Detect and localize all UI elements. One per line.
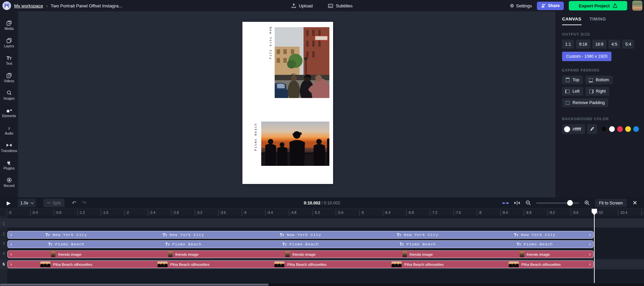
aspect-preset-9x16[interactable]: 9:16	[576, 40, 590, 49]
zoom-in-icon[interactable]	[584, 200, 590, 206]
beach-silhouettes-photo[interactable]	[261, 122, 329, 166]
share-button[interactable]: Share	[537, 2, 564, 10]
ruler-label: :10.4	[619, 210, 627, 214]
padding-button-remove-padding[interactable]: Remove Padding	[562, 98, 608, 107]
zoom-out-icon[interactable]	[525, 200, 531, 206]
sidebar-item-plugins[interactable]: Plugins	[0, 160, 18, 171]
ruler-tick	[7, 210, 7, 216]
user-avatar[interactable]	[632, 1, 642, 11]
sunset-thumbnail	[274, 261, 284, 267]
timeline-right-controls: Fit to Screen ✕	[502, 199, 640, 207]
split-button[interactable]: ✂ Split	[43, 199, 64, 207]
track-number: 2	[0, 232, 7, 236]
canvas-text-new-york-city[interactable]: New York City	[269, 27, 272, 60]
text-clip-pismo-beach[interactable]: TTPismo BeachTTPismo BeachTTPismo BeachT…	[7, 240, 594, 248]
sidebar-item-layers[interactable]: Layers	[0, 38, 18, 48]
kapwing-logo-icon[interactable]	[2, 1, 11, 10]
friends-street-photo[interactable]	[275, 27, 329, 98]
padding-button-top[interactable]: Top	[562, 76, 583, 84]
aspect-preset-16x9[interactable]: 16:9	[592, 40, 606, 49]
slider-knob[interactable]	[567, 200, 573, 206]
topbar-right-actions: ⚙ Settings Share Export Project	[510, 1, 644, 11]
sidebar-item-audio[interactable]: ♪Audio	[0, 125, 18, 136]
settings-button[interactable]: ⚙ Settings	[510, 3, 532, 8]
color-swatch[interactable]	[609, 126, 615, 132]
subtitles-button[interactable]: Subtitles	[328, 3, 353, 8]
upload-button[interactable]: Upload	[291, 3, 313, 8]
ruler-label: :9.6	[572, 210, 579, 214]
aspect-preset-5x4[interactable]: 5:4	[622, 40, 634, 49]
color-hex-button[interactable]: #ffffff	[562, 124, 585, 134]
clip-label: friends image	[175, 252, 198, 256]
text-layer-icon: TT	[400, 242, 404, 246]
ruler-label: :2.8	[173, 210, 179, 214]
image-clip-friends-image[interactable]: friends imagefriends imagefriends imagef…	[7, 250, 594, 258]
tab-timing[interactable]: TIMING	[590, 16, 606, 25]
snap-toggle-icon[interactable]	[502, 202, 509, 204]
ruler-label: :3.2	[196, 210, 202, 214]
color-swatch[interactable]	[601, 126, 607, 132]
ruler-label: :5.2	[314, 210, 320, 214]
image-clip-piha-beach-silhouettes[interactable]: Piha Beach silhouettesPiha Beach silhoue…	[7, 260, 594, 268]
text-layer-icon: TT	[46, 233, 50, 237]
timeline-tracks: 12TTNew York CityTTNew York CityTTNew Yo…	[0, 216, 644, 286]
sidebar-item-media[interactable]: Media	[0, 20, 18, 31]
subtitles-icon	[328, 4, 333, 8]
sidebar-item-text[interactable]: TTText	[0, 55, 18, 66]
project-title[interactable]: Two Portrait Panel Offset Instagra...	[51, 3, 123, 8]
padding-button-left[interactable]: Left	[562, 87, 583, 96]
speed-value: 1.0x	[20, 201, 29, 205]
clip-label: friends image	[410, 252, 433, 256]
settings-label: Settings	[516, 3, 532, 8]
clip-label: Pismo Beach	[55, 242, 84, 246]
eyedropper-button[interactable]	[587, 124, 597, 134]
friends-thumbnail	[285, 251, 290, 257]
undo-button[interactable]: ↶	[72, 200, 76, 206]
ruler-label: :4	[243, 210, 246, 214]
fit-to-screen-button[interactable]: Fit to Screen	[595, 199, 627, 207]
canvas-text-pismo-beach[interactable]: Pismo Beach	[254, 123, 258, 151]
timeline-ruler[interactable]: :0:0.4:0.8:1.2:1.6:2:2.4:2.8:3.2:3.6:4:4…	[0, 208, 644, 216]
sidebar-item-transitions[interactable]: Transitions	[0, 142, 18, 153]
timeline-zoom-slider[interactable]	[536, 200, 579, 206]
aspect-preset-4x5[interactable]: 4:5	[608, 40, 620, 49]
clip-label: Pismo Beach	[524, 242, 553, 246]
clip-segment: TTPismo Beach	[8, 241, 125, 248]
redo-button[interactable]: ↷	[82, 200, 86, 206]
play-button[interactable]: ▶	[7, 200, 11, 205]
video-canvas[interactable]: New York City	[242, 22, 333, 184]
tab-canvas[interactable]: CANVAS	[562, 16, 582, 25]
ruler-label: :7.6	[455, 210, 461, 214]
text-clip-new-york-city[interactable]: TTNew York CityTTNew York CityTTNew York…	[7, 231, 594, 239]
sidebar-item-label: Audio	[5, 132, 13, 135]
split-view-icon[interactable]	[514, 200, 520, 205]
playback-speed-button[interactable]: 1.0x	[17, 199, 36, 207]
sidebar-item-record[interactable]: Record	[0, 177, 18, 188]
sidebar-item-images[interactable]: Images	[0, 90, 18, 101]
ruler-tick	[571, 210, 571, 216]
workspace-link[interactable]: My workspace	[14, 3, 43, 8]
export-project-button[interactable]: Export Project	[569, 1, 627, 10]
ruler-label: :8	[478, 210, 481, 214]
color-swatch[interactable]	[633, 126, 639, 132]
panel-tabs: CANVAS TIMING	[555, 11, 644, 25]
aspect-preset-1x1[interactable]: 1:1	[562, 40, 574, 49]
ruler-label: :6.4	[384, 210, 390, 214]
ruler-label: :4.4	[267, 210, 273, 214]
playhead-line[interactable]	[594, 209, 595, 283]
padding-right-icon	[589, 90, 593, 93]
close-timeline-icon[interactable]: ✕	[633, 200, 637, 206]
ruler-tick	[30, 210, 31, 216]
horizontal-scrollbar[interactable]	[0, 284, 269, 286]
color-swatch[interactable]	[617, 126, 623, 132]
color-swatch[interactable]	[625, 126, 631, 132]
custom-size-button[interactable]: Custom - 1080 x 1920	[562, 52, 611, 61]
sidebar-item-elements[interactable]: Elements	[0, 107, 18, 118]
padding-button-right[interactable]: Right	[586, 87, 609, 96]
sidebar-item-videos[interactable]: Videos	[0, 73, 18, 83]
sidebar-item-label: Text	[6, 62, 12, 65]
padding-button-bottom[interactable]: Bottom	[585, 76, 613, 84]
breadcrumb-separator: ›	[46, 3, 47, 8]
text-layer-icon: TT	[165, 242, 170, 246]
ruler-label: :3.6	[220, 210, 226, 214]
